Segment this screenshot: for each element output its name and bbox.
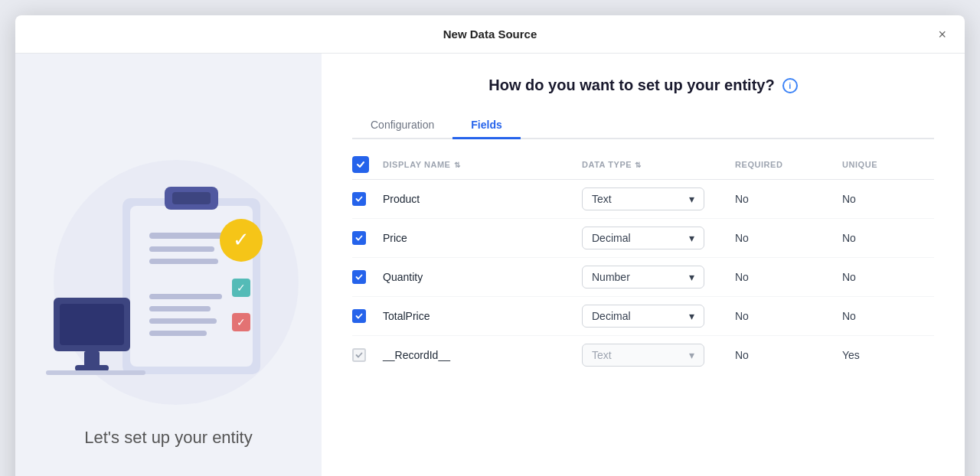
illustration-title: Let's set up your entity <box>84 428 252 448</box>
illustration: ✓ ✓ ✓ <box>38 129 299 420</box>
tabs: Configuration Fields <box>352 112 934 139</box>
dropdown-arrow-quantity: ▾ <box>689 271 694 283</box>
field-name-totalprice: TotalPrice <box>383 310 582 322</box>
data-type-select-price[interactable]: Decimal ▾ <box>582 227 704 249</box>
page-heading-text: How do you want to set up your entity? <box>488 77 774 94</box>
info-icon[interactable]: i <box>782 78 798 93</box>
close-button[interactable]: × <box>935 24 949 44</box>
row-checkbox-totalprice[interactable] <box>352 309 366 323</box>
svg-rect-9 <box>149 306 211 311</box>
required-product: No <box>735 193 842 205</box>
svg-rect-6 <box>149 246 214 252</box>
unique-product: No <box>842 193 934 205</box>
modal-header: New Data Source × <box>15 15 965 54</box>
table-header: DISPLAY NAME ⇅ DATA TYPE ⇅ REQUIRED UNIQ… <box>352 152 934 180</box>
required-price: No <box>735 232 842 244</box>
field-name-product: Product <box>383 193 582 205</box>
new-data-source-modal: New Data Source × <box>15 15 965 476</box>
svg-rect-11 <box>149 331 207 336</box>
data-type-select-recordid: Text ▾ <box>582 344 704 367</box>
unique-price: No <box>842 232 934 244</box>
header-required: REQUIRED <box>735 156 842 173</box>
svg-rect-10 <box>149 318 217 324</box>
field-name-recordid: __RecordId__ <box>383 349 582 361</box>
svg-rect-4 <box>172 192 211 204</box>
modal-title: New Data Source <box>443 28 537 41</box>
row-checkbox-recordid <box>352 348 366 362</box>
header-unique: UNIQUE <box>842 156 934 173</box>
table-row: Product Text ▾ No No <box>352 180 934 219</box>
svg-rect-7 <box>149 259 218 264</box>
data-type-select-totalprice[interactable]: Decimal ▾ <box>582 305 704 328</box>
dropdown-arrow-price: ▾ <box>689 232 694 244</box>
header-checkbox-cell <box>352 156 383 173</box>
required-quantity: No <box>735 271 842 283</box>
svg-rect-21 <box>75 365 109 371</box>
table-row: Price Decimal ▾ No No <box>352 219 934 258</box>
left-panel: ✓ ✓ ✓ Let's set up your entity <box>15 54 322 476</box>
tab-configuration[interactable]: Configuration <box>352 112 452 139</box>
svg-text:✓: ✓ <box>237 282 246 294</box>
right-panel: How do you want to set up your entity? i… <box>322 54 965 476</box>
unique-quantity: No <box>842 271 934 283</box>
unique-totalprice: No <box>842 310 934 322</box>
unique-recordid: Yes <box>842 349 934 361</box>
svg-rect-5 <box>149 233 226 239</box>
data-type-select-quantity[interactable]: Number ▾ <box>582 266 704 289</box>
data-type-select-product[interactable]: Text ▾ <box>582 187 704 210</box>
select-all-checkbox[interactable] <box>352 156 369 173</box>
fields-table: DISPLAY NAME ⇅ DATA TYPE ⇅ REQUIRED UNIQ… <box>352 152 934 463</box>
modal-body: ✓ ✓ ✓ Let's set up your entity <box>15 54 965 476</box>
table-row: TotalPrice Decimal ▾ No No <box>352 297 934 336</box>
header-data-type: DATA TYPE ⇅ <box>582 156 735 173</box>
field-name-quantity: Quantity <box>383 271 582 283</box>
svg-rect-22 <box>46 370 145 375</box>
svg-rect-8 <box>149 294 222 299</box>
table-row: __RecordId__ Text ▾ No Yes <box>352 336 934 374</box>
table-body: Product Text ▾ No No <box>352 180 934 374</box>
required-totalprice: No <box>735 310 842 322</box>
dropdown-arrow-recordid: ▾ <box>689 349 694 361</box>
row-checkbox-product[interactable] <box>352 192 366 206</box>
page-heading: How do you want to set up your entity? i <box>352 77 934 94</box>
row-checkbox-price[interactable] <box>352 231 366 245</box>
svg-rect-20 <box>84 351 100 367</box>
table-row: Quantity Number ▾ No No <box>352 258 934 297</box>
svg-text:✓: ✓ <box>233 228 250 251</box>
sort-icon-display-name: ⇅ <box>454 161 461 169</box>
tab-fields[interactable]: Fields <box>452 112 520 139</box>
sort-icon-data-type: ⇅ <box>635 161 642 169</box>
row-checkbox-quantity[interactable] <box>352 270 366 284</box>
svg-rect-19 <box>60 304 124 345</box>
svg-text:✓: ✓ <box>237 316 246 328</box>
dropdown-arrow-totalprice: ▾ <box>689 310 694 322</box>
field-name-price: Price <box>383 232 582 244</box>
required-recordid: No <box>735 349 842 361</box>
dropdown-arrow-product: ▾ <box>689 193 694 205</box>
header-display-name: DISPLAY NAME ⇅ <box>383 156 582 173</box>
